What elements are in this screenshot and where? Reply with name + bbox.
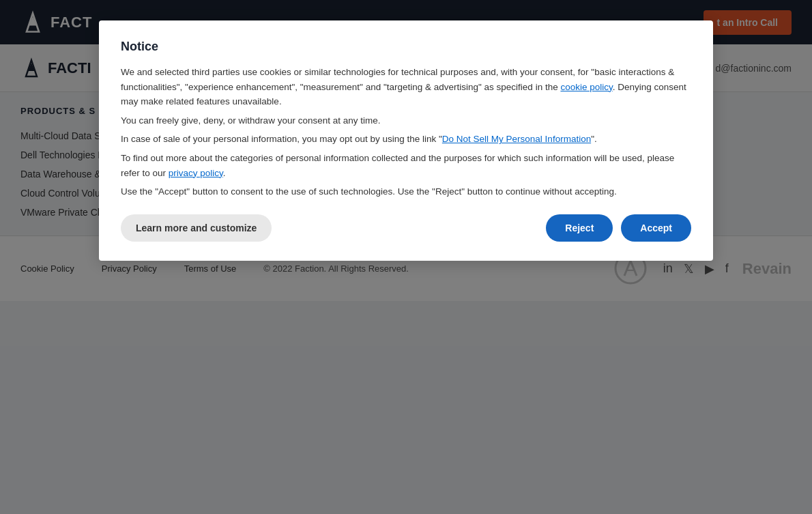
notice-actions: Learn more and customize Reject Accept — [121, 214, 691, 242]
privacy-policy-link[interactable]: privacy policy — [169, 168, 223, 178]
cookie-policy-link[interactable]: cookie policy — [560, 82, 612, 92]
notice-body-1: We and selected third parties use cookie… — [121, 65, 691, 109]
notice-body-3: You can freely give, deny, or withdraw y… — [121, 113, 691, 128]
notice-title: Notice — [121, 40, 691, 54]
accept-button[interactable]: Accept — [621, 214, 691, 242]
accept-reject-group: Reject Accept — [546, 214, 691, 242]
reject-button[interactable]: Reject — [546, 214, 613, 242]
notice-body-5: To find out more about the categories of… — [121, 151, 691, 180]
notice-modal: Notice We and selected third parties use… — [99, 20, 713, 261]
notice-body-4: In case of sale of your personal informa… — [121, 132, 691, 147]
do-not-sell-link[interactable]: Do Not Sell My Personal Information — [442, 134, 591, 144]
cookie-overlay: Notice We and selected third parties use… — [0, 0, 812, 514]
customize-button[interactable]: Learn more and customize — [121, 214, 272, 242]
notice-body-6: Use the "Accept" button to consent to th… — [121, 184, 691, 199]
